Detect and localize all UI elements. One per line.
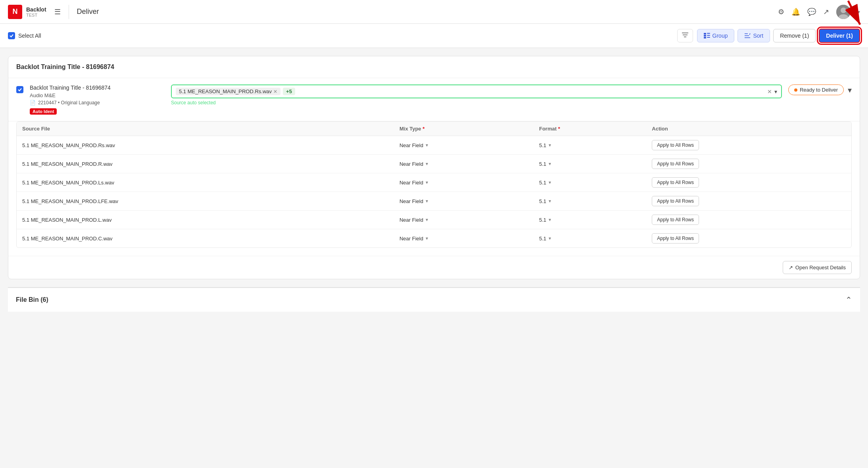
menu-icon[interactable]: ☰ bbox=[54, 8, 61, 16]
format-value-1: 5.1 bbox=[539, 161, 546, 167]
apply-to-all-button-5[interactable]: Apply to All Rows bbox=[652, 233, 699, 244]
messages-icon[interactable]: 💬 bbox=[807, 8, 816, 16]
filter-button[interactable] bbox=[677, 29, 693, 42]
cell-source-4: 5.1 ME_REASON_MAIN_PROD.L.wav bbox=[17, 211, 394, 229]
app-header: N Backlot TEST ☰ Deliver ⚙ 🔔 💬 ↗ ▾ bbox=[0, 0, 868, 24]
mix-dropdown-3[interactable]: ▾ bbox=[426, 198, 428, 204]
cell-format-1: 5.1 ▾ bbox=[534, 155, 646, 173]
cell-action-0: Apply to All Rows bbox=[646, 136, 851, 155]
card-title: Backlot Training Title - 81696874 bbox=[8, 56, 860, 78]
svg-rect-11 bbox=[707, 37, 710, 38]
format-dropdown-4[interactable]: ▾ bbox=[549, 217, 551, 222]
col-action: Action bbox=[646, 122, 851, 136]
format-value-4: 5.1 bbox=[539, 217, 546, 223]
auto-ident-badge: Auto Ident bbox=[30, 108, 57, 115]
expand-button[interactable]: ▾ bbox=[848, 85, 852, 95]
format-value-2: 5.1 bbox=[539, 180, 546, 186]
group-button[interactable]: Group bbox=[697, 29, 735, 42]
page-title: Deliver bbox=[77, 8, 778, 16]
file-bin-title: File Bin (6) bbox=[16, 296, 48, 303]
table-row: 5.1 ME_REASON_MAIN_PROD.Rs.wav Near Fiel… bbox=[17, 136, 851, 155]
svg-rect-7 bbox=[704, 35, 706, 36]
table-row: 5.1 ME_REASON_MAIN_PROD.R.wav Near Field… bbox=[17, 155, 851, 173]
toolbar: Select All Group bbox=[0, 24, 868, 48]
notifications-icon[interactable]: 🔔 bbox=[791, 8, 800, 16]
avatar[interactable] bbox=[836, 5, 851, 19]
item-header: Backlot Training Title - 81696874 Audio … bbox=[8, 78, 860, 121]
format-dropdown-2[interactable]: ▾ bbox=[549, 180, 551, 185]
source-selector: 5.1 ME_REASON_MAIN_PROD.Rs.wav ✕ +5 ✕ ▾ … bbox=[171, 84, 782, 105]
mix-value-3: Near Field bbox=[399, 198, 423, 204]
svg-rect-10 bbox=[707, 35, 710, 36]
table-body: 5.1 ME_REASON_MAIN_PROD.Rs.wav Near Fiel… bbox=[17, 136, 851, 248]
mix-dropdown-0[interactable]: ▾ bbox=[426, 142, 428, 148]
format-dropdown-3[interactable]: ▾ bbox=[549, 198, 551, 204]
cell-format-5: 5.1 ▾ bbox=[534, 229, 646, 248]
status-label: Ready to Deliver bbox=[800, 87, 838, 93]
collapse-icon[interactable]: ⌃ bbox=[845, 295, 852, 305]
select-all-checkbox[interactable] bbox=[8, 32, 15, 39]
filter-icon bbox=[682, 32, 689, 38]
format-value-3: 5.1 bbox=[539, 198, 546, 204]
source-tag: 5.1 ME_REASON_MAIN_PROD.Rs.wav ✕ bbox=[176, 88, 280, 95]
source-tag-close[interactable]: ✕ bbox=[273, 89, 277, 94]
table-row: 5.1 ME_REASON_MAIN_PROD.Ls.wav Near Fiel… bbox=[17, 173, 851, 192]
cell-action-4: Apply to All Rows bbox=[646, 211, 851, 229]
item-status: Ready to Deliver ▾ bbox=[788, 84, 852, 95]
cell-format-2: 5.1 ▾ bbox=[534, 173, 646, 192]
cell-action-3: Apply to All Rows bbox=[646, 192, 851, 211]
cell-mix-5: Near Field ▾ bbox=[394, 229, 534, 248]
cell-action-2: Apply to All Rows bbox=[646, 173, 851, 192]
apply-to-all-button-2[interactable]: Apply to All Rows bbox=[652, 177, 699, 188]
cell-action-1: Apply to All Rows bbox=[646, 155, 851, 173]
sort-button[interactable]: Sort bbox=[737, 29, 770, 42]
avatar-image bbox=[836, 5, 851, 19]
apply-to-all-button-0[interactable]: Apply to All Rows bbox=[652, 140, 699, 150]
avatar-dropdown-icon[interactable]: ▾ bbox=[858, 9, 860, 15]
app-name: Backlot bbox=[26, 6, 46, 13]
cell-source-1: 5.1 ME_REASON_MAIN_PROD.R.wav bbox=[17, 155, 394, 173]
status-dot bbox=[794, 88, 797, 92]
mix-value-5: Near Field bbox=[399, 236, 423, 242]
mix-dropdown-1[interactable]: ▾ bbox=[426, 161, 428, 167]
apply-to-all-button-1[interactable]: Apply to All Rows bbox=[652, 159, 699, 169]
file-bin[interactable]: File Bin (6) ⌃ bbox=[8, 287, 860, 312]
cell-mix-0: Near Field ▾ bbox=[394, 136, 534, 155]
apply-to-all-button-4[interactable]: Apply to All Rows bbox=[652, 215, 699, 225]
source-clear-icon[interactable]: ✕ bbox=[767, 88, 772, 95]
mix-value-0: Near Field bbox=[399, 142, 423, 148]
cell-source-5: 5.1 ME_REASON_MAIN_PROD.C.wav bbox=[17, 229, 394, 248]
cell-source-0: 5.1 ME_REASON_MAIN_PROD.Rs.wav bbox=[17, 136, 394, 155]
table-row: 5.1 ME_REASON_MAIN_PROD.L.wav Near Field… bbox=[17, 211, 851, 229]
item-checkmark-icon bbox=[17, 87, 22, 92]
settings-icon[interactable]: ⚙ bbox=[778, 8, 784, 16]
deliver-button[interactable]: Deliver (1) bbox=[819, 29, 860, 43]
svg-rect-9 bbox=[707, 33, 710, 34]
format-dropdown-5[interactable]: ▾ bbox=[549, 236, 551, 241]
mix-dropdown-5[interactable]: ▾ bbox=[426, 236, 428, 241]
svg-point-1 bbox=[841, 8, 846, 13]
cell-format-3: 5.1 ▾ bbox=[534, 192, 646, 211]
external-link-icon: ↗ bbox=[789, 265, 793, 270]
format-required-indicator: * bbox=[558, 126, 560, 132]
mix-dropdown-4[interactable]: ▾ bbox=[426, 217, 428, 222]
open-request-button[interactable]: ↗ Open Request Details bbox=[783, 261, 852, 274]
select-all-area: Select All bbox=[8, 32, 673, 39]
deliver-label: Deliver (1) bbox=[826, 33, 853, 39]
col-source-file: Source File bbox=[17, 122, 394, 136]
remove-button[interactable]: Remove (1) bbox=[773, 29, 816, 42]
apply-to-all-button-3[interactable]: Apply to All Rows bbox=[652, 196, 699, 206]
item-checkbox[interactable] bbox=[16, 86, 23, 93]
cell-action-5: Apply to All Rows bbox=[646, 229, 851, 248]
source-tag-text: 5.1 ME_REASON_MAIN_PROD.Rs.wav bbox=[179, 88, 272, 94]
format-dropdown-0[interactable]: ▾ bbox=[549, 142, 551, 148]
source-input[interactable]: 5.1 ME_REASON_MAIN_PROD.Rs.wav ✕ +5 ✕ ▾ bbox=[171, 84, 782, 98]
source-dropdown-icon[interactable]: ▾ bbox=[774, 88, 777, 95]
external-link-icon[interactable]: ↗ bbox=[823, 8, 829, 16]
cell-mix-1: Near Field ▾ bbox=[394, 155, 534, 173]
logo-text: Backlot TEST bbox=[26, 6, 46, 17]
item-name: Backlot Training Title - 81696874 bbox=[30, 84, 165, 91]
mix-dropdown-2[interactable]: ▾ bbox=[426, 180, 428, 185]
format-dropdown-1[interactable]: ▾ bbox=[549, 161, 551, 167]
cell-mix-3: Near Field ▾ bbox=[394, 192, 534, 211]
